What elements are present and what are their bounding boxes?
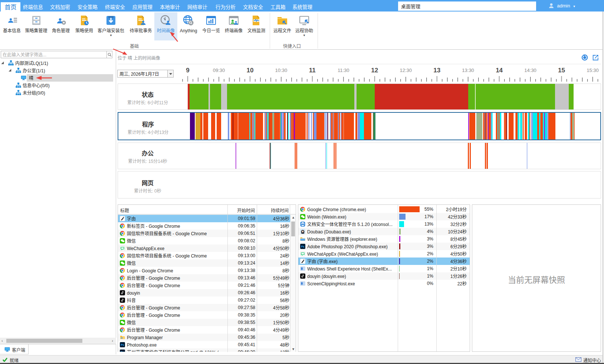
- svg-text:Ps: Ps: [121, 351, 124, 352]
- svg-text:Ps: Ps: [301, 245, 305, 248]
- svg-text:Ps: Ps: [121, 344, 124, 346]
